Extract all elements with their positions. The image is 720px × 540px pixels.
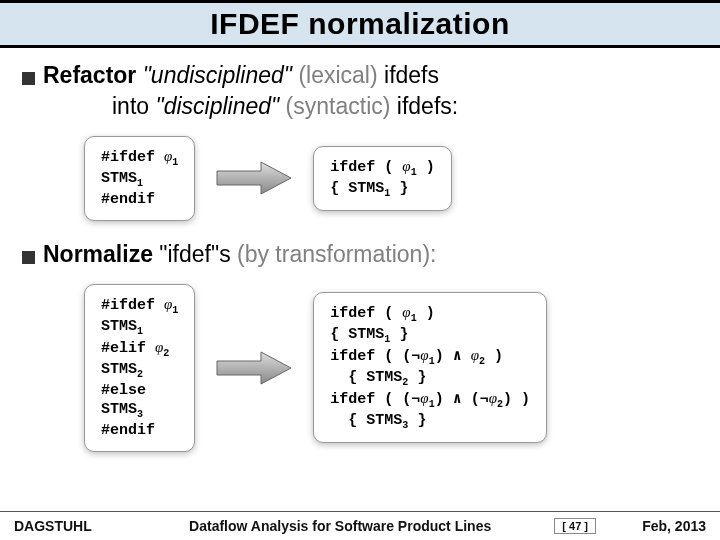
footer: DAGSTUHL Dataflow Analysis for Software … (0, 511, 720, 534)
code-box-undisciplined: #ifdef φ1 STMS1 #endif (84, 136, 195, 221)
bullet-refactor-line2: into "disciplined" (syntactic) ifdefs: (22, 91, 698, 122)
arrow-icon (215, 159, 293, 197)
code-box-elif-normalized: ifdef ( φ1 ) { STMS1 } ifdef ( (¬φ1) ∧ φ… (313, 292, 547, 443)
word-lexical: (lexical) (298, 62, 377, 88)
slide-title: IFDEF normalization (210, 7, 510, 41)
word-ifdefs-quoted: "ifdef"s (159, 241, 230, 267)
diagram-refactor: #ifdef φ1 STMS1 #endif ifdef ( φ1 ) { ST… (84, 136, 698, 221)
footer-date: Feb, 2013 (616, 518, 706, 534)
slide-body: Refactor "undisciplined" (lexical) ifdef… (0, 48, 720, 452)
word-ifdefs-1: ifdefs (384, 62, 439, 88)
arrow-icon (215, 349, 293, 387)
title-bar: IFDEF normalization (0, 0, 720, 48)
word-ifdefs-2: ifdefs: (397, 93, 458, 119)
svg-marker-0 (217, 162, 291, 194)
bullet-normalize: Normalize "ifdef"s (by transformation): (22, 239, 698, 270)
diagram-normalize: #ifdef φ1 STMS1 #elif φ2 STMS2 #else STM… (84, 284, 698, 452)
bullet-refactor: Refactor "undisciplined" (lexical) ifdef… (22, 60, 698, 91)
bullet-icon (22, 251, 35, 264)
footer-center: Dataflow Analysis for Software Product L… (134, 518, 546, 534)
bullet-icon (22, 72, 35, 85)
word-refactor: Refactor (43, 62, 136, 88)
code-box-disciplined: ifdef ( φ1 ) { STMS1 } (313, 146, 451, 211)
page-number: [ 47 ] (554, 518, 596, 534)
word-undisciplined: "undisciplined" (143, 62, 292, 88)
bullet-text: Normalize "ifdef"s (by transformation): (43, 239, 436, 270)
svg-marker-1 (217, 352, 291, 384)
word-by-transformation: (by transformation): (237, 241, 436, 267)
word-syntactic: (syntactic) (286, 93, 391, 119)
bullet-text: Refactor "undisciplined" (lexical) ifdef… (43, 60, 439, 91)
word-disciplined: "disciplined" (155, 93, 279, 119)
word-into: into (112, 93, 149, 119)
footer-left: DAGSTUHL (14, 518, 134, 534)
word-normalize: Normalize (43, 241, 153, 267)
bullet-text-line2: into "disciplined" (syntactic) ifdefs: (112, 91, 458, 122)
code-box-elif-source: #ifdef φ1 STMS1 #elif φ2 STMS2 #else STM… (84, 284, 195, 452)
